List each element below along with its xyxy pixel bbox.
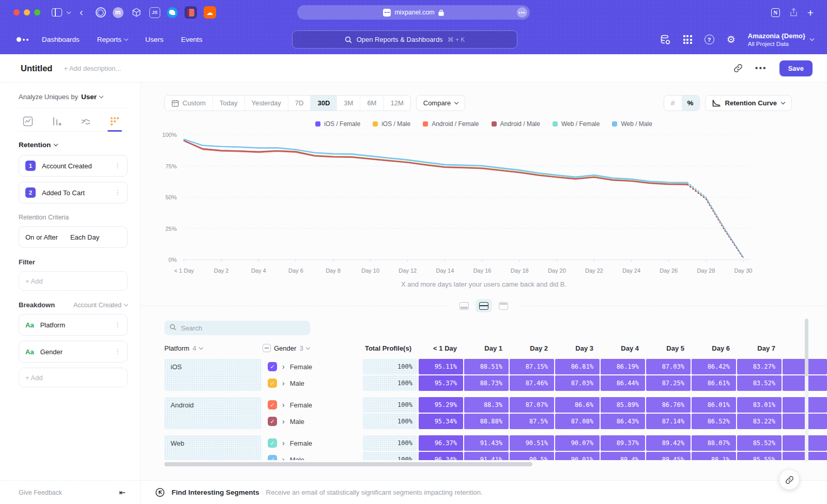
retention-value-cell[interactable]: 86.52% [692,414,736,429]
expand-row-icon[interactable]: › [282,455,285,460]
apps-grid-icon[interactable] [683,35,692,44]
data-management-icon[interactable] [660,34,671,45]
retention-value-cell[interactable]: 90.07% [555,435,600,451]
horizontal-scrollbar[interactable] [164,462,532,466]
retention-value-cell[interactable]: 88.73% [464,375,509,391]
retention-value-cell[interactable]: 83.52% [737,375,782,391]
notion-extension-icon[interactable]: N [771,8,780,17]
extension-bird-icon[interactable] [167,7,178,18]
day-column-header[interactable]: Day 1 [464,344,509,352]
legend-item[interactable]: Web / Male [612,120,652,128]
retention-value-cell[interactable]: 87.14% [646,414,691,429]
retention-value-cell[interactable]: 89.45% [646,452,691,460]
nav-item-events[interactable]: Events [181,36,202,43]
add-breakdown-button[interactable]: + Add [19,368,128,387]
range-7d[interactable]: 7D [288,96,311,111]
tab-retention[interactable] [106,114,123,131]
browser-sidebar-icon[interactable] [52,8,62,17]
segment-checkbox[interactable]: ✓ [268,379,277,388]
retention-value-cell[interactable]: 85.55% [737,452,782,460]
retention-value-cell[interactable]: 86.44% [601,375,645,391]
expand-row-icon[interactable]: › [282,363,285,371]
layout-table-only-button[interactable] [495,299,512,312]
day-column-header[interactable]: Day 5 [646,344,691,352]
range-6m[interactable]: 6M [360,96,384,111]
expand-row-icon[interactable]: › [282,439,285,447]
legend-item[interactable]: iOS / Female [315,120,360,128]
settings-gear-icon[interactable]: ⚙ [727,35,736,44]
collapse-sidebar-icon[interactable]: ⇤ [119,488,126,497]
retention-value-cell[interactable]: 88.3% [464,397,509,413]
absolute-toggle[interactable]: # [664,96,682,111]
table-search-input[interactable] [164,321,310,335]
global-search[interactable]: Open Reports & Dashboards ⌘ + K [292,30,517,49]
retention-value-cell[interactable]: 89.4% [601,452,645,460]
platform-group-cell[interactable]: Web [164,435,262,460]
breakdown-applies-to-select[interactable]: Account Created [73,302,128,309]
retention-value-cell[interactable]: 95.29% [419,397,463,413]
day-column-header[interactable]: Day 6 [692,344,736,352]
percent-toggle[interactable]: % [682,96,699,111]
segment-checkbox[interactable]: ✓ [268,438,277,448]
nav-item-reports[interactable]: Reports [97,36,128,43]
retention-value-cell[interactable]: 86.42% [692,359,736,374]
retention-value-cell[interactable]: 95.11% [419,359,463,374]
segment-checkbox[interactable]: ✓ [268,455,277,460]
help-icon[interactable]: ? [705,35,714,44]
add-filter-button[interactable]: + Add [19,271,128,291]
range-custom[interactable]: Custom [165,96,213,111]
retention-value-cell[interactable]: 89.42% [646,435,691,451]
segment-checkbox[interactable]: ✓ [268,400,277,410]
retention-value-cell[interactable]: 88.88% [464,414,509,429]
retention-value-cell[interactable]: 86.61% [692,375,736,391]
retention-value-cell[interactable]: 86.43% [601,414,645,429]
retention-value-cell[interactable]: 86.81% [555,359,600,374]
kebab-menu-icon[interactable]: ⋮ [114,323,121,326]
retention-value-cell[interactable]: 83.27% [737,359,782,374]
chevron-down-icon[interactable] [67,10,71,14]
criteria-window-select[interactable]: Each Day [70,233,99,241]
retention-value-cell[interactable]: 85.89% [601,397,645,413]
retention-value-cell[interactable]: 87.08% [555,414,600,429]
retention-value-cell[interactable]: 87.15% [510,359,554,374]
extension-js-icon[interactable]: JS [149,7,160,18]
retention-value-cell[interactable]: 87.03% [555,375,600,391]
nav-item-dashboards[interactable]: Dashboards [42,36,80,43]
new-tab-icon[interactable]: + [807,7,814,18]
kebab-menu-icon[interactable]: ⋮ [114,191,121,194]
vertical-scrollbar[interactable] [805,319,808,462]
find-segments-title[interactable]: Find Interesting Segments [172,489,259,496]
legend-item[interactable]: Android / Female [423,120,479,128]
retention-value-cell[interactable]: 95.34% [419,414,463,429]
expand-row-icon[interactable]: › [282,417,285,426]
legend-item[interactable]: Web / Female [553,120,600,128]
mixpanel-logo[interactable] [17,37,28,42]
tab-flows[interactable] [78,114,94,131]
extension-m-icon[interactable]: m [113,7,124,18]
platform-group-cell[interactable]: iOS [164,359,262,391]
layout-split-button[interactable] [476,299,492,312]
more-options-icon[interactable]: ••• [755,64,767,73]
extension-ring-icon[interactable] [96,7,106,18]
breakdown-gender[interactable]: Aa Gender ⋮ [19,341,128,363]
retention-value-cell[interactable]: 86.19% [601,359,645,374]
retention-value-cell[interactable]: 88.07% [692,435,736,451]
extension-soundcloud-icon[interactable]: ☁ [204,6,216,19]
day-column-header[interactable]: Day 7 [737,344,782,352]
segment-checkbox[interactable]: ✓ [268,417,277,426]
account-switcher[interactable]: Amazonia {Demo} All Project Data [748,32,814,46]
range-3m[interactable]: 3M [337,96,360,111]
retention-value-cell[interactable]: 95.37% [419,375,463,391]
retention-value-cell[interactable]: 96.37% [419,435,463,451]
legend-item[interactable]: iOS / Male [373,120,410,128]
report-title[interactable]: Untitled [21,64,52,73]
give-feedback-link[interactable]: Give Feedback [19,489,62,496]
analyze-entity-select[interactable]: User [81,93,97,101]
range-30d[interactable]: 30D [311,96,337,111]
kebab-menu-icon[interactable]: ⋮ [114,164,121,167]
day-column-header[interactable]: Day 4 [601,344,645,352]
retention-value-cell[interactable]: 83.01% [737,397,782,413]
tab-insights[interactable] [20,114,36,131]
retention-value-cell[interactable]: 91.43% [464,435,509,451]
retention-value-cell[interactable]: 86.01% [692,397,736,413]
